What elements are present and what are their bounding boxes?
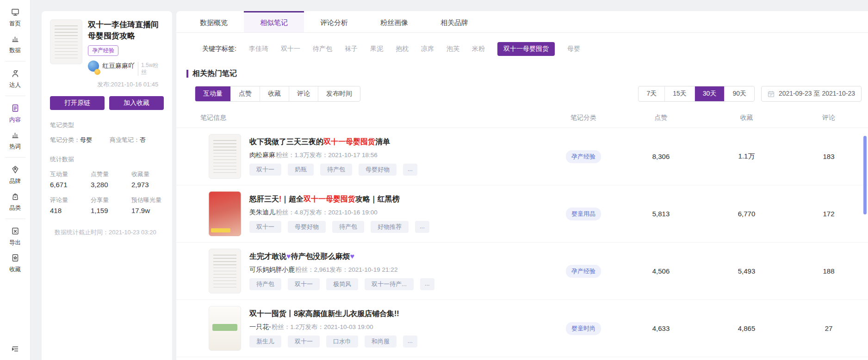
note-author: 一只花- (249, 323, 271, 330)
stat-收藏量: 收藏量2,973 (131, 170, 164, 189)
sort-option-评论[interactable]: 评论 (289, 86, 318, 101)
stat-label: 点赞量 (91, 170, 131, 178)
keyword-tag-双十一母婴囤货[interactable]: 双十一母婴囤货 (497, 42, 555, 56)
keyword-tag-抱枕[interactable]: 抱枕 (396, 45, 409, 53)
note-tag-双十一: 双十一 (249, 164, 281, 176)
keyword-tag-母婴[interactable]: 母婴 (567, 45, 580, 53)
author-row[interactable]: 红豆麻麻吖 1.5w粉丝 (88, 61, 164, 76)
sort-option-发布时间[interactable]: 发布时间 (318, 86, 360, 101)
hot-notes-section-header: 相关热门笔记 (186, 69, 868, 79)
fans-label: 粉丝： (272, 323, 291, 330)
note-category-tag: 孕产经验 (88, 45, 118, 56)
tab-相关品牌[interactable]: 相关品牌 (424, 11, 484, 32)
stat-value: 17.9w (131, 207, 164, 214)
note-tag-好物推荐: 好物推荐 (371, 221, 409, 233)
category-pill: 孕产经验 (566, 150, 601, 163)
tab-评论分析[interactable]: 评论分析 (304, 11, 364, 32)
sidebar-item-达人[interactable]: 达人 (5, 69, 25, 89)
vertical-scrollbar[interactable] (863, 136, 867, 214)
sort-option-互动量[interactable]: 互动量 (195, 86, 230, 101)
tab-粉丝画像[interactable]: 粉丝画像 (364, 11, 424, 32)
note-tag-和尚服: 和尚服 (365, 336, 397, 348)
note-row[interactable]: 收下我做了三天三夜的双十一母婴囤货清单肉松麻麻粉丝：1.3万发布：2021-10… (176, 128, 868, 185)
keyword-tag-李佳琦[interactable]: 李佳琦 (249, 45, 268, 53)
stat-value: 3,280 (91, 181, 131, 189)
keyword-tags-row: 关键字标签: 李佳琦双十一待产包袜子果泥抱枕凉席泡芙米粉双十一母婴囤货母婴 (176, 33, 868, 56)
keyword-tag-待产包[interactable]: 待产包 (313, 45, 332, 53)
sort-option-收藏[interactable]: 收藏 (260, 86, 289, 101)
note-info-cell: 怒肝三天!｜超全双十一母婴囤货攻略｜红黑榜美朱迪儿粉丝：4.8万发布：2021-… (200, 191, 549, 236)
hand-emoji-icon (94, 69, 100, 75)
note-thumbnail (209, 249, 241, 293)
keyword-tag-双十一[interactable]: 双十一 (281, 45, 300, 53)
tab-相似笔记[interactable]: 相似笔记 (244, 11, 304, 32)
note-category-cell: 孕产经验 (549, 265, 618, 278)
bag-icon (11, 192, 20, 202)
range-option-15天[interactable]: 15天 (664, 86, 694, 101)
note-row-meta: 一只花-粉丝：1.2万发布：2021-10-03 19:00 (249, 323, 417, 331)
comments-count: 172 (789, 210, 868, 218)
sidebar-item-内容[interactable]: 内容 (5, 104, 25, 124)
tab-数据概览[interactable]: 数据概览 (184, 11, 244, 32)
publish-label: 发布： (310, 209, 329, 216)
sidebar-item-热词[interactable]: 热词 (5, 130, 25, 151)
hot-notes-table: 笔记信息笔记分类点赞收藏评论 收下我做了三天三夜的双十一母婴囤货清单肉松麻麻粉丝… (176, 109, 868, 360)
note-tag-待产包: 待产包 (320, 164, 352, 176)
stat-label: 分享量 (91, 196, 131, 204)
title-segment: 双十一母婴囤货 (323, 138, 375, 146)
note-row[interactable]: 怒肝三天!｜超全双十一母婴囤货攻略｜红黑榜美朱迪儿粉丝：4.8万发布：2021-… (176, 185, 868, 242)
section-accent-bar (186, 70, 188, 78)
sort-option-点赞[interactable]: 点赞 (230, 86, 260, 101)
note-title: 双十一李佳琦直播间母婴囤货攻略 (88, 19, 164, 42)
collects-count: 5,493 (704, 267, 789, 275)
keyword-tag-袜子[interactable]: 袜子 (345, 45, 358, 53)
sidebar-item-label: 首页 (9, 20, 21, 28)
open-original-link-button[interactable]: 打开原链 (50, 96, 105, 110)
note-row[interactable]: 双十一母婴囤货清单，小月龄宝宝，超全总结 (176, 357, 868, 360)
sidebar-item-label: 达人 (9, 81, 21, 89)
fans-label: 粉丝： (295, 266, 314, 273)
add-to-favorites-button[interactable]: 加入收藏 (109, 96, 164, 110)
keyword-tag-米粉[interactable]: 米粉 (472, 45, 485, 53)
category-pill: 婴童用品 (566, 207, 601, 220)
sidebar-item-品类[interactable]: 品类 (5, 192, 25, 212)
note-tag-...: ... (403, 336, 417, 348)
keyword-tag-泡芙[interactable]: 泡芙 (446, 45, 459, 53)
note-info-cell: 收下我做了三天三夜的双十一母婴囤货清单肉松麻麻粉丝：1.3万发布：2021-10… (200, 134, 549, 179)
document-icon (11, 104, 20, 114)
sidebar-item-label: 内容 (9, 116, 21, 124)
note-row[interactable]: 双十一囤货丨8家高颜值新生儿衣服店铺合集!!一只花-粉丝：1.2万发布：2021… (176, 299, 868, 357)
note-tags: 新生儿双十一口水巾和尚服... (249, 336, 417, 348)
sidebar-item-收藏[interactable]: 收藏 (5, 253, 25, 274)
sidebar-item-品牌[interactable]: 品牌 (5, 165, 25, 185)
range-option-90天[interactable]: 90天 (724, 86, 754, 101)
stat-value: 418 (50, 207, 91, 214)
stat-预估曝光量: 预估曝光量17.9w (131, 196, 164, 214)
title-segment: 生完才敢说 (249, 252, 286, 260)
note-tags: 双十一母婴好物待产包好物推荐... (249, 221, 429, 233)
date-range-picker[interactable]: 2021-09-23 至 2021-10-23 (761, 86, 862, 102)
sort-button-group: 互动量点赞收藏评论发布时间 (195, 86, 360, 102)
sidebar-item-数据[interactable]: 数据 (5, 34, 25, 55)
note-row-meta: 肉松麻麻粉丝：1.3万发布：2021-10-17 18:56 (249, 151, 417, 159)
sidebar-item-首页[interactable]: 首页 (5, 7, 25, 28)
note-tag-...: ... (415, 221, 429, 233)
keyword-tag-果泥[interactable]: 果泥 (370, 45, 383, 53)
title-segment: ｜超全 (281, 195, 304, 203)
note-row[interactable]: 生完才敢说♥待产包没那么麻烦♥可乐妈妈胖小鹿粉丝：2,961发布：2021-10… (176, 242, 868, 299)
divider (138, 62, 138, 76)
publish-label: 发布： (305, 323, 324, 330)
collapse-menu-icon[interactable] (11, 344, 20, 354)
collects-count: 4,865 (704, 324, 789, 332)
title-segment: 双十一母婴囤货 (304, 195, 355, 203)
note-tag-极简风: 极简风 (326, 278, 358, 290)
title-segment: 怒肝三天 (249, 195, 279, 203)
range-option-30天[interactable]: 30天 (694, 86, 725, 101)
note-author: 肉松麻麻 (249, 151, 275, 159)
keyword-tag-凉席[interactable]: 凉席 (421, 45, 434, 53)
note-category-label: 笔记分类： (50, 136, 80, 143)
range-option-7天[interactable]: 7天 (639, 86, 664, 101)
sidebar-item-导出[interactable]: 导出 (5, 226, 25, 247)
person-icon (11, 69, 20, 79)
note-type-section-label: 笔记类型 (50, 121, 164, 129)
